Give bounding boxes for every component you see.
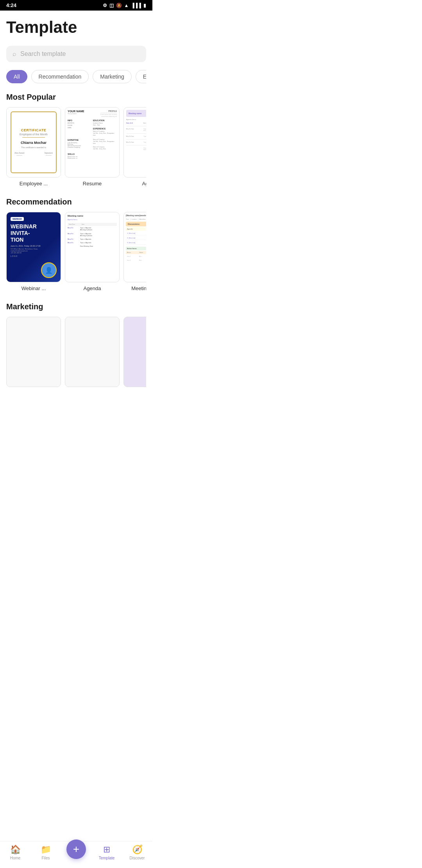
wifi-icon: ▲: [124, 3, 129, 8]
template-card-agenda[interactable]: Meeting name Agenda Items: Date & A Item…: [123, 107, 146, 187]
template-card-marketing2[interactable]: [65, 317, 120, 390]
template-card-meeting[interactable]: [Meeting name]meeting minutes Time|Locat…: [123, 212, 146, 291]
section-marketing-title: Marketing: [6, 302, 146, 311]
muted-icon: 🔕: [116, 3, 122, 8]
template-card-marketing3[interactable]: [123, 317, 146, 390]
tab-all[interactable]: All: [6, 70, 27, 83]
template-card-webinar[interactable]: WEBINAR WEBINARINVITA-TION June 11, 2021…: [6, 212, 61, 291]
page-title: Template: [6, 18, 146, 36]
template-thumb-marketing2: [65, 317, 120, 387]
template-card-marketing1[interactable]: [6, 317, 61, 390]
template-label-meeting: Meeting Minute...: [123, 285, 146, 291]
status-time: 4:24: [6, 2, 16, 8]
settings-icon: ⚙: [103, 3, 107, 8]
section-most-popular-title: Most Popular: [6, 93, 146, 102]
template-label-resume: Resume: [65, 181, 120, 187]
template-label-employee: Employee ...: [6, 181, 61, 187]
tab-recommendation[interactable]: Recommendation: [31, 70, 89, 83]
template-thumb-meeting: [Meeting name]meeting minutes Time|Locat…: [123, 212, 146, 282]
template-card-agenda2[interactable]: Meeting name Agenda Items Date/Time Item…: [65, 212, 120, 291]
tab-marketing[interactable]: Marketing: [93, 70, 131, 83]
template-thumb-webinar: WEBINAR WEBINARINVITA-TION June 11, 2021…: [6, 212, 61, 282]
most-popular-row: CERTIFICATE Employee of the Month Chiarr…: [6, 107, 146, 187]
template-thumb-resume: YOUR NAME Your position PROFILE Lorem ip…: [65, 107, 120, 178]
template-label-agenda2: Agenda: [65, 285, 120, 291]
template-label-webinar: Webinar ...: [6, 285, 61, 291]
template-card-employee[interactable]: CERTIFICATE Employee of the Month Chiarr…: [6, 107, 61, 187]
section-recommendation-title: Recommendation: [6, 197, 146, 206]
search-placeholder: Search template: [20, 50, 66, 57]
template-thumb-agenda2: Meeting name Agenda Items Date/Time Item…: [65, 212, 120, 282]
battery-icon: ▮: [143, 3, 146, 8]
template-label-agenda: Agenda: [123, 181, 146, 187]
template-card-resume[interactable]: YOUR NAME Your position PROFILE Lorem ip…: [65, 107, 120, 187]
search-icon: ⌕: [13, 50, 16, 57]
tab-education[interactable]: Education: [136, 70, 146, 83]
status-bar: 4:24 ⚙ ◫ 🔕 ▲ ▐▐▐ ▮: [0, 0, 152, 11]
template-thumb-employee: CERTIFICATE Employee of the Month Chiarr…: [6, 107, 61, 178]
page-content: Template ⌕ Search template All Recommend…: [0, 11, 152, 440]
filter-tabs: All Recommendation Marketing Education: [6, 70, 146, 83]
template-thumb-marketing1: [6, 317, 61, 387]
status-icons: ⚙ ◫ 🔕 ▲ ▐▐▐ ▮: [103, 3, 146, 8]
signal-icon: ▐▐▐: [131, 3, 141, 8]
template-thumb-marketing3: [123, 317, 146, 387]
template-thumb-agenda: Meeting name Agenda Items: Date & A Item…: [123, 107, 146, 178]
search-bar[interactable]: ⌕ Search template: [6, 46, 146, 62]
screenshot-icon: ◫: [109, 3, 114, 8]
marketing-row: [6, 317, 146, 390]
recommendation-row: WEBINAR WEBINARINVITA-TION June 11, 2021…: [6, 212, 146, 291]
